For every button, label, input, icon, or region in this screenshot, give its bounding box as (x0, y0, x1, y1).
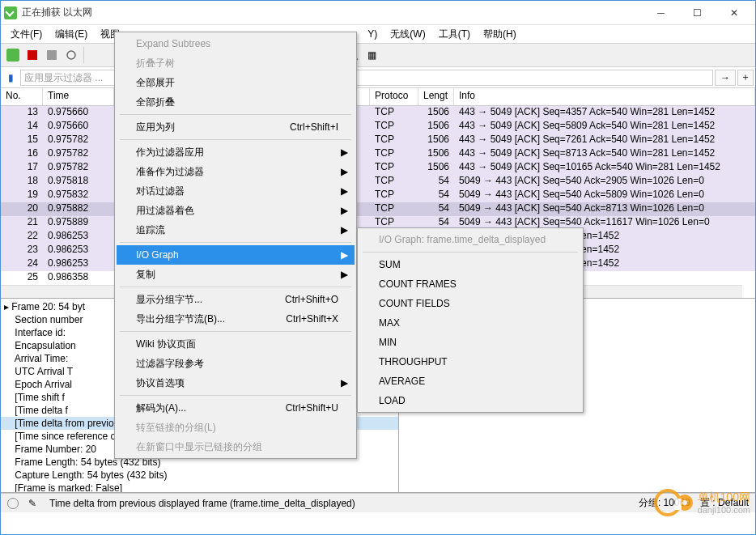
titlebar: 正在捕获 以太网 ─ ☐ ✕ (1, 1, 755, 25)
ctx-item[interactable]: 全部折叠 (117, 92, 355, 112)
zoom-reset-icon[interactable]: ▦ (363, 46, 380, 64)
svg-point-0 (67, 51, 75, 59)
ctx-sub-item[interactable]: MAX (359, 313, 581, 333)
tree-line[interactable]: Capture Length: 54 bytes (432 bits) (1, 469, 398, 482)
col-length[interactable]: Lengt (418, 88, 454, 105)
ctx-item[interactable]: 解码为(A)...Ctrl+Shift+U (117, 398, 355, 418)
ctx-item[interactable]: 协议首选项▶ (117, 373, 355, 393)
ctx-item: 转至链接的分组(L) (117, 418, 355, 437)
ctx-item[interactable]: 过滤器字段参考 (117, 354, 355, 373)
ctx-sub-item[interactable]: LOAD (359, 391, 581, 410)
col-info[interactable]: Info (454, 88, 755, 105)
filter-apply-button[interactable]: → (715, 70, 736, 86)
ctx-item[interactable]: 显示分组字节...Ctrl+Shift+O (117, 290, 355, 309)
maximize-button[interactable]: ☐ (679, 2, 716, 24)
ctx-item[interactable]: 用过滤器着色▶ (117, 201, 355, 220)
watermark: 单机100网 danji100.com (654, 489, 750, 516)
minimize-button[interactable]: ─ (643, 2, 679, 24)
app-icon (4, 6, 17, 19)
ctx-item: 折叠子树 (117, 53, 355, 73)
ctx-sub-item[interactable]: COUNT FIELDS (359, 294, 581, 313)
bookmark-icon[interactable]: ▮ (2, 70, 19, 86)
ctx-sub-item[interactable]: THROUGHPUT (359, 352, 581, 372)
close-button[interactable]: ✕ (716, 2, 752, 24)
col-time[interactable]: Time (43, 88, 114, 105)
ctx-sub-item[interactable]: SUM (359, 255, 581, 274)
menu-help[interactable]: 帮助(H) (477, 26, 523, 43)
ctx-sub-item[interactable]: MIN (359, 333, 581, 352)
statusbar: ✎ Time delta from previous displayed fra… (1, 493, 755, 512)
ctx-item[interactable]: 应用为列Ctrl+Shift+I (117, 117, 355, 137)
menu-file[interactable]: 文件(F) (4, 26, 49, 43)
expert-info-icon[interactable] (7, 498, 19, 509)
ctx-item[interactable]: 全部展开 (117, 73, 355, 92)
ctx-item[interactable]: I/O Graph▶ (117, 245, 355, 265)
ctx-sub-item[interactable]: AVERAGE (359, 372, 581, 391)
capture-restart-icon[interactable] (43, 46, 61, 64)
ctx-item: 在新窗口中显示已链接的分组 (117, 437, 355, 456)
submenu-title: I/O Graph: frame.time_delta_displayed (359, 230, 581, 249)
menu-wireless[interactable]: 无线(W) (384, 26, 431, 43)
status-text: Time delta from previous displayed frame… (49, 498, 629, 509)
context-submenu-io-graph[interactable]: I/O Graph: frame.time_delta_displayed SU… (357, 227, 584, 413)
edit-icon[interactable]: ✎ (28, 498, 40, 509)
ctx-item[interactable]: 追踪流▶ (117, 220, 355, 240)
ctx-item[interactable]: Wiki 协议页面 (117, 334, 355, 354)
menu-tools[interactable]: 工具(T) (432, 26, 477, 43)
ctx-item[interactable]: 对话过滤器▶ (117, 181, 355, 201)
ctx-item[interactable]: 导出分组字节流(B)...Ctrl+Shift+X (117, 309, 355, 329)
context-menu[interactable]: Expand Subtrees折叠子树全部展开全部折叠应用为列Ctrl+Shif… (114, 32, 357, 459)
window-title: 正在捕获 以太网 (22, 6, 643, 19)
capture-options-icon[interactable] (62, 46, 80, 64)
ctx-sub-item[interactable]: COUNT FRAMES (359, 274, 581, 294)
ctx-item: Expand Subtrees (117, 34, 355, 53)
ctx-item[interactable]: 复制▶ (117, 265, 355, 284)
menu-edit[interactable]: 编辑(E) (49, 26, 94, 43)
capture-start-icon[interactable] (4, 46, 22, 64)
filter-add-button[interactable]: ＋ (737, 70, 754, 86)
menu-y[interactable]: Y) (361, 27, 384, 41)
capture-stop-icon[interactable] (23, 46, 41, 64)
col-no[interactable]: No. (1, 88, 43, 105)
ctx-item[interactable]: 作为过滤器应用▶ (117, 142, 355, 162)
ctx-item[interactable]: 准备作为过滤器▶ (117, 162, 355, 181)
tree-line[interactable]: [Frame is marked: False] (1, 482, 398, 492)
col-protocol[interactable]: Protoco (370, 88, 418, 105)
